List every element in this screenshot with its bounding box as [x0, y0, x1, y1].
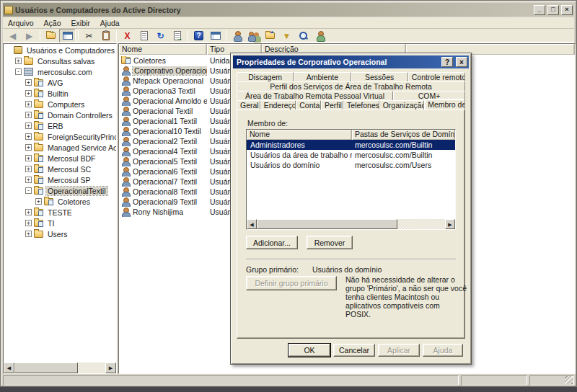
- tree-item-foreignsecurityprincipals[interactable]: +ForeignSecurityPrincipals: [4, 131, 116, 142]
- members-column-nome[interactable]: Nome: [247, 130, 352, 140]
- scroll-thumb[interactable]: [14, 362, 78, 373]
- help-button[interactable]: Ajuda: [423, 344, 463, 357]
- scroll-right-icon[interactable]: ▶: [105, 362, 116, 373]
- scroll-thumb[interactable]: [257, 219, 397, 229]
- member-row-administradores[interactable]: Administradoresmercosulsc.com/Builtin: [247, 140, 455, 150]
- tree-item-usu-rios-e-computadores-do-active[interactable]: Usuários e Computadores do Active: [4, 45, 116, 55]
- tab-perfil-dos-servi-os-de-rea-de-trabalho-remota[interactable]: Perfil dos Serviços de Área de Trabalho …: [237, 81, 465, 91]
- member-row-usu-rios-da-rea-de-trabalho-remota[interactable]: Usuários da área de trabalho remotamerco…: [247, 150, 455, 160]
- name-cell: Operacional6 Textil: [119, 167, 207, 177]
- export-list-icon[interactable]: →: [169, 29, 185, 43]
- collapse-icon[interactable]: -: [15, 68, 22, 75]
- resize-grip[interactable]: [565, 376, 573, 384]
- add-ou-icon[interactable]: *: [262, 29, 278, 43]
- ok-button[interactable]: OK: [288, 344, 330, 357]
- scroll-left-icon[interactable]: ◀: [4, 362, 14, 373]
- expand-icon[interactable]: +: [25, 112, 32, 118]
- expand-icon[interactable]: +: [25, 90, 32, 97]
- tree-item-erb[interactable]: +ERB: [4, 120, 116, 131]
- remove-button[interactable]: Remover: [307, 236, 353, 249]
- maximize-button[interactable]: □: [547, 5, 559, 15]
- expand-icon[interactable]: +: [25, 79, 32, 86]
- special-group-icon[interactable]: [312, 29, 328, 43]
- column-header-nome[interactable]: Nome: [119, 44, 207, 55]
- tree-item-avg[interactable]: +AVG: [4, 77, 116, 88]
- tree-item-ti[interactable]: +TI: [4, 218, 116, 228]
- menu-exibir[interactable]: Exibir: [66, 18, 95, 28]
- menu-ajuda[interactable]: Ajuda: [95, 18, 125, 28]
- expand-icon[interactable]: +: [25, 177, 32, 183]
- tab-organiza-o[interactable]: Organização: [379, 100, 424, 110]
- expand-icon[interactable]: +: [25, 133, 32, 140]
- tab-discagem[interactable]: Discagem: [237, 72, 294, 81]
- members-horizontal-scrollbar[interactable]: ◀ ▶: [247, 219, 455, 229]
- cut-icon[interactable]: ✂: [81, 29, 97, 43]
- set-primary-group-button[interactable]: Definir grupo primário: [246, 276, 337, 290]
- show-console-tree-icon[interactable]: [59, 29, 76, 43]
- expand-icon[interactable]: +: [25, 101, 32, 107]
- tab-telefones[interactable]: Telefones: [343, 100, 379, 110]
- paste-icon[interactable]: [97, 29, 114, 43]
- expand-icon[interactable]: +: [35, 198, 42, 205]
- tab-ambiente[interactable]: Ambiente: [294, 72, 351, 81]
- up-one-level-icon[interactable]: ↑: [43, 29, 59, 43]
- refresh-icon[interactable]: ↻: [152, 29, 169, 43]
- filter-icon[interactable]: ▼: [278, 29, 295, 43]
- forward-icon[interactable]: ▶: [21, 29, 38, 43]
- tree-item-users[interactable]: +Users: [4, 228, 116, 239]
- expand-icon[interactable]: +: [25, 220, 32, 226]
- add-user-icon[interactable]: [229, 29, 245, 43]
- expand-icon[interactable]: +: [15, 58, 22, 64]
- delete-icon[interactable]: X: [119, 29, 136, 43]
- tab-endere-o[interactable]: Endereço: [260, 100, 296, 110]
- properties-icon[interactable]: [136, 29, 152, 43]
- member-row-usu-rios-do-dom-nio[interactable]: Usuários do domíniomercosulsc.com/Users: [247, 160, 455, 170]
- minimize-button[interactable]: _: [534, 5, 545, 15]
- add-button[interactable]: Adicionar...: [246, 236, 298, 249]
- menu-a-o[interactable]: Ação: [39, 18, 66, 28]
- tree-item-mercosulsc-com[interactable]: -mercosulsc.com: [4, 66, 116, 77]
- tree-item-mercosul-sp[interactable]: +Mercosul SP: [4, 174, 116, 185]
- close-button[interactable]: ×: [561, 5, 573, 15]
- scroll-right-icon[interactable]: ▶: [445, 219, 455, 229]
- collapse-icon[interactable]: -: [25, 187, 32, 194]
- cancel-button[interactable]: Cancelar: [333, 344, 375, 357]
- menu-arquivo[interactable]: Arquivo: [3, 18, 39, 28]
- scroll-left-icon[interactable]: ◀: [247, 219, 257, 229]
- help-icon[interactable]: ?: [190, 29, 207, 43]
- tab-controle-remoto[interactable]: Controle remoto: [408, 72, 465, 81]
- tab-perfil[interactable]: Perfil: [321, 100, 343, 110]
- expand-icon[interactable]: +: [25, 209, 32, 215]
- members-column-pastas-de-servi-os-d[interactable]: Pastas de Serviços de Domínio Act: [352, 130, 455, 140]
- tree-item-managed-service-accounts[interactable]: +Managed Service Accounts: [4, 142, 116, 153]
- apply-button[interactable]: Aplicar: [378, 344, 420, 357]
- tree-item-mercosul-bdf[interactable]: +Mercosul BDF: [4, 153, 116, 164]
- tree-item-coletores[interactable]: +Coletores: [4, 196, 116, 207]
- tree-horizontal-scrollbar[interactable]: ◀ ▶: [4, 362, 116, 373]
- tree-item-computers[interactable]: +Computers: [4, 99, 116, 110]
- dialog-help-icon[interactable]: ?: [441, 57, 453, 67]
- tab-sess-es[interactable]: Sessões: [351, 72, 408, 81]
- tab-rea-de-trabalho-remota-pessoal-virtual[interactable]: Área de Trabalho Remota Pessoal Virtual: [237, 91, 393, 100]
- tab-membro-de[interactable]: Membro de: [424, 99, 465, 110]
- back-icon[interactable]: ◀: [4, 29, 21, 43]
- tree-item-teste[interactable]: +TESTE: [4, 207, 116, 218]
- ou-icon: [34, 177, 43, 184]
- tree-item-domain-controllers[interactable]: +Domain Controllers: [4, 110, 116, 120]
- tab-conta[interactable]: Conta: [296, 100, 321, 110]
- tab-geral[interactable]: Geral: [237, 100, 260, 110]
- add-group-icon[interactable]: [245, 29, 262, 43]
- tree-item-consultas-salvas[interactable]: +Consultas salvas: [4, 55, 116, 66]
- tree-item-mercosul-sc[interactable]: +Mercosul SC: [4, 164, 116, 174]
- expand-icon[interactable]: +: [25, 231, 32, 237]
- tree-item-builtin[interactable]: +Builtin: [4, 88, 116, 99]
- new-window-icon[interactable]: [207, 29, 224, 43]
- expand-icon[interactable]: +: [25, 144, 32, 151]
- ou-icon: [34, 122, 43, 130]
- expand-icon[interactable]: +: [25, 166, 32, 172]
- expand-icon[interactable]: +: [25, 155, 32, 161]
- find-icon[interactable]: [295, 29, 312, 43]
- tree-item-operacionaltextil[interactable]: -OperacionalTextil: [4, 185, 116, 196]
- dialog-close-icon[interactable]: ×: [456, 57, 467, 67]
- expand-icon[interactable]: +: [25, 122, 32, 129]
